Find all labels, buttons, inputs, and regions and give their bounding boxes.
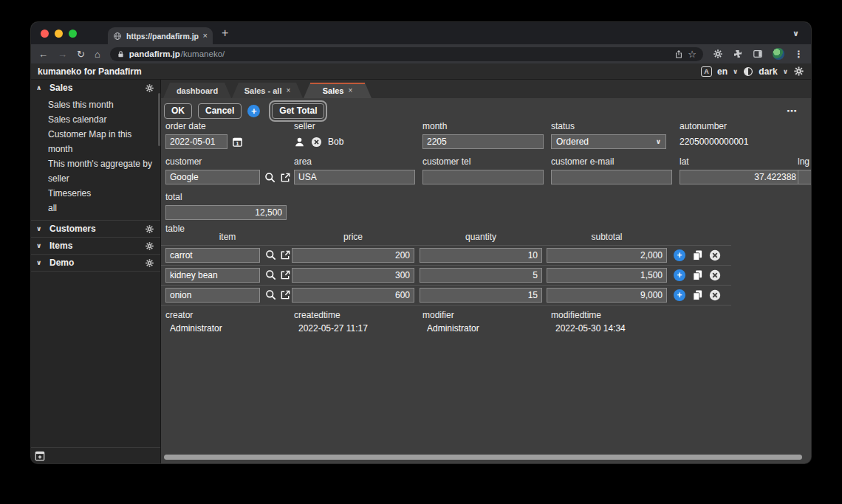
lat-input[interactable] — [680, 170, 801, 184]
back-button[interactable]: ← — [38, 49, 48, 59]
home-button[interactable]: ⌂ — [95, 49, 100, 59]
sidebar-item-aggregate-by-seller[interactable]: This month's aggregate by seller — [48, 156, 154, 186]
more-options-icon[interactable]: ⋯ — [787, 105, 798, 117]
delete-row-icon[interactable] — [709, 249, 721, 261]
subtotal-input[interactable] — [547, 288, 667, 303]
forward-button[interactable]: → — [58, 49, 67, 59]
quantity-input[interactable] — [420, 268, 542, 283]
select-chevron-icon: ∨ — [656, 138, 661, 145]
price-input[interactable] — [292, 288, 414, 303]
add-row-icon[interactable]: + — [674, 249, 685, 261]
open-link-icon[interactable] — [280, 269, 291, 280]
item-input[interactable] — [165, 288, 260, 303]
sidebar-item-sales-calendar[interactable]: Sales calendar — [48, 112, 154, 127]
open-link-icon[interactable] — [280, 249, 291, 260]
sidebar-item-all[interactable]: all — [48, 201, 154, 215]
tab-sales[interactable]: Sales × — [304, 83, 372, 98]
cancel-button[interactable]: Cancel — [198, 103, 242, 119]
delete-row-icon[interactable] — [709, 289, 721, 301]
subtotal-input[interactable] — [547, 248, 667, 263]
browser-tab[interactable]: https://pandafirm.jp/kumaneko × — [108, 27, 213, 44]
customer-email-input[interactable] — [551, 170, 672, 184]
theme-select[interactable]: dark — [759, 66, 777, 77]
section-gear-icon[interactable] — [145, 83, 154, 93]
sidebar-section-customers[interactable]: ∨ Customers — [31, 221, 160, 237]
sidebar-section-demo[interactable]: ∨ Demo — [31, 255, 160, 271]
share-icon[interactable] — [674, 49, 683, 59]
sidebar-section-items[interactable]: ∨ Items — [31, 238, 160, 254]
expand-chevron-icon[interactable]: ∨ — [36, 259, 44, 266]
minimize-window-button[interactable] — [55, 30, 63, 38]
ok-button[interactable]: OK — [164, 103, 192, 119]
extension-gear-icon[interactable] — [713, 49, 723, 59]
expand-chevron-icon[interactable]: ∨ — [36, 242, 44, 249]
address-bar[interactable]: pandafirm.jp/kumaneko/ ☆ — [110, 47, 703, 61]
quantity-input[interactable] — [420, 248, 542, 263]
section-gear-icon[interactable] — [145, 258, 154, 268]
sidebar-item-customer-map[interactable]: Customer Map in this month — [48, 127, 154, 156]
price-input[interactable] — [292, 248, 414, 263]
user-icon[interactable] — [294, 137, 305, 148]
sidebar-scrollbar-thumb[interactable] — [158, 93, 160, 146]
contrast-icon[interactable] — [743, 66, 753, 77]
browser-tab-close-icon[interactable]: × — [203, 32, 208, 40]
collapse-chevron-icon[interactable]: ∧ — [36, 84, 44, 92]
expand-chevron-icon[interactable]: ∨ — [36, 225, 44, 232]
add-record-icon[interactable]: + — [247, 105, 260, 117]
search-icon[interactable] — [265, 269, 276, 280]
side-panel-icon[interactable] — [753, 49, 763, 59]
tab-close-icon[interactable]: × — [348, 86, 352, 94]
new-tab-button[interactable]: + — [222, 27, 228, 39]
search-icon[interactable] — [265, 249, 276, 260]
sidebar-item-timeseries[interactable]: Timeseries — [48, 186, 154, 201]
item-input[interactable] — [165, 268, 260, 283]
copy-row-icon[interactable] — [692, 249, 703, 261]
quantity-input[interactable] — [420, 288, 542, 303]
theme-chevron-icon[interactable]: ∨ — [783, 68, 788, 75]
settings-gear-icon[interactable] — [793, 66, 804, 77]
customer-input[interactable] — [165, 170, 260, 184]
add-row-icon[interactable]: + — [674, 289, 685, 301]
section-gear-icon[interactable] — [145, 224, 154, 234]
close-window-button[interactable] — [41, 30, 49, 38]
tab-dashboard[interactable]: dashboard — [163, 83, 231, 98]
add-row-icon[interactable]: + — [674, 269, 685, 281]
clear-seller-icon[interactable] — [311, 137, 322, 148]
delete-row-icon[interactable] — [709, 269, 721, 281]
price-input[interactable] — [292, 268, 414, 283]
profile-avatar[interactable] — [773, 48, 784, 60]
open-link-icon[interactable] — [280, 289, 291, 300]
get-total-button[interactable]: Get Total — [272, 103, 324, 119]
calendar-icon[interactable]: 1 — [232, 137, 243, 148]
tab-close-icon[interactable]: × — [286, 86, 290, 94]
browser-menu-icon[interactable]: ⋮ — [794, 49, 804, 60]
copy-row-icon[interactable] — [692, 269, 703, 281]
sidebar-item-sales-this-month[interactable]: Sales this month — [48, 97, 154, 112]
zoom-window-button[interactable] — [69, 30, 77, 38]
language-chevron-icon[interactable]: ∨ — [733, 68, 738, 75]
reload-button[interactable]: ↻ — [77, 49, 85, 59]
section-gear-icon[interactable] — [145, 241, 154, 251]
area-input[interactable] — [294, 170, 415, 184]
search-icon[interactable] — [265, 289, 276, 300]
subtotal-input[interactable] — [547, 268, 667, 283]
add-table-icon[interactable] — [35, 451, 45, 461]
tab-search-chevron-icon[interactable]: ∨ — [793, 29, 799, 38]
copy-row-icon[interactable] — [692, 289, 703, 301]
tab-sales-all[interactable]: Sales - all × — [232, 83, 303, 98]
translate-icon[interactable]: A — [701, 66, 712, 77]
horizontal-scrollbar-thumb[interactable] — [164, 455, 802, 460]
item-input[interactable] — [165, 248, 260, 263]
lng-input[interactable] — [798, 170, 811, 184]
search-icon[interactable] — [264, 172, 275, 183]
language-select[interactable]: en — [717, 66, 728, 77]
total-input[interactable] — [165, 205, 287, 220]
open-link-icon[interactable] — [280, 172, 291, 183]
bookmark-star-icon[interactable]: ☆ — [688, 49, 696, 60]
sidebar-section-sales[interactable]: ∧ Sales — [31, 80, 160, 96]
customer-tel-input[interactable] — [422, 170, 544, 184]
status-select[interactable]: Ordered ∨ — [551, 134, 666, 149]
extensions-puzzle-icon[interactable] — [733, 49, 743, 59]
order-date-input[interactable] — [165, 134, 227, 149]
month-input[interactable] — [422, 134, 544, 149]
